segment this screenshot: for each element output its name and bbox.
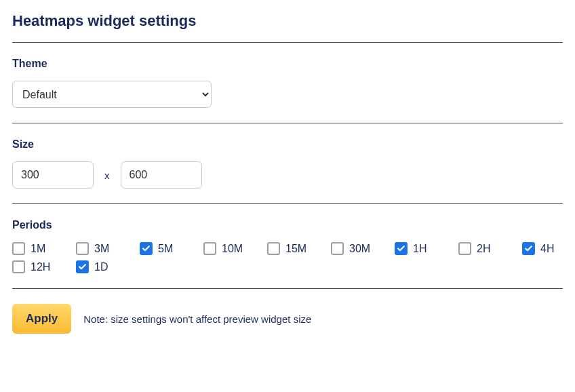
period-label-5m[interactable]: 5M: [158, 243, 173, 255]
apply-button[interactable]: Apply: [12, 304, 71, 334]
divider: [12, 288, 563, 289]
size-width-input[interactable]: [12, 161, 94, 189]
period-item-2h: 2H: [458, 242, 518, 255]
note-text: Note: size settings won't affect preview…: [83, 313, 311, 325]
periods-label: Periods: [12, 219, 563, 231]
periods-section: Periods 1M3M5M10M15M30M1H2H4H12H1D: [12, 219, 563, 273]
period-item-1m: 1M: [12, 242, 72, 255]
footer: Apply Note: size settings won't affect p…: [12, 304, 563, 334]
theme-select[interactable]: Default: [12, 81, 212, 108]
period-label-1d[interactable]: 1D: [94, 261, 108, 273]
period-checkbox-10m[interactable]: [203, 242, 216, 255]
period-checkbox-3m[interactable]: [76, 242, 89, 255]
theme-label: Theme: [12, 58, 563, 70]
size-separator: x: [104, 170, 110, 181]
period-item-30m: 30M: [331, 242, 391, 255]
size-label: Size: [12, 138, 563, 151]
period-checkbox-15m[interactable]: [267, 242, 280, 255]
period-checkbox-1d[interactable]: [76, 260, 89, 273]
period-item-10m: 10M: [203, 242, 263, 255]
period-checkbox-30m[interactable]: [331, 242, 344, 255]
period-item-1h: 1H: [395, 242, 454, 255]
period-item-12h: 12H: [12, 260, 72, 273]
period-item-3m: 3M: [76, 242, 136, 255]
period-checkbox-4h[interactable]: [522, 242, 535, 255]
period-label-12h[interactable]: 12H: [31, 261, 50, 273]
period-label-30m[interactable]: 30M: [349, 243, 370, 255]
period-checkbox-12h[interactable]: [12, 260, 25, 273]
divider: [12, 123, 563, 123]
period-checkbox-1h[interactable]: [395, 242, 408, 255]
period-checkbox-5m[interactable]: [140, 242, 153, 255]
period-item-4h: 4H: [522, 242, 575, 255]
size-height-input[interactable]: [121, 161, 202, 189]
divider: [12, 203, 563, 204]
period-item-1d: 1D: [76, 260, 136, 273]
theme-section: Theme Default: [12, 58, 563, 108]
period-checkbox-1m[interactable]: [12, 242, 25, 255]
page-title: Heatmaps widget settings: [12, 12, 563, 30]
period-label-2h[interactable]: 2H: [477, 243, 490, 255]
period-label-3m[interactable]: 3M: [94, 243, 109, 255]
divider: [12, 42, 563, 43]
periods-grid: 1M3M5M10M15M30M1H2H4H12H1D: [12, 242, 563, 273]
period-checkbox-2h[interactable]: [458, 242, 471, 255]
period-label-15m[interactable]: 15M: [285, 243, 306, 255]
period-label-1h[interactable]: 1H: [413, 243, 427, 255]
period-item-15m: 15M: [267, 242, 327, 255]
size-section: Size x: [12, 138, 563, 189]
period-label-1m[interactable]: 1M: [31, 243, 45, 255]
period-item-5m: 5M: [140, 242, 199, 255]
period-label-4h[interactable]: 4H: [540, 243, 554, 255]
period-label-10m[interactable]: 10M: [222, 243, 243, 255]
